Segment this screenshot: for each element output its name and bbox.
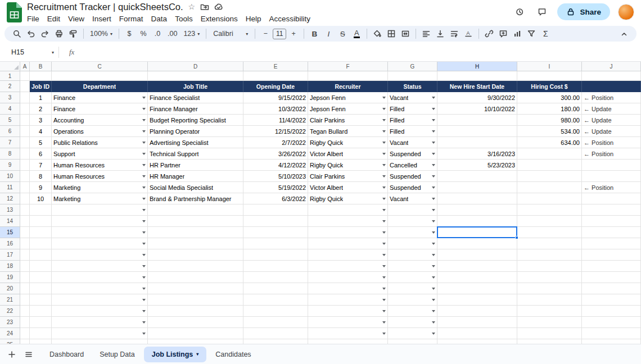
dropdown-arrow-icon[interactable] bbox=[142, 153, 146, 155]
cell-F17[interactable] bbox=[308, 249, 388, 261]
dropdown-arrow-icon[interactable] bbox=[432, 254, 435, 256]
vertical-align-button[interactable] bbox=[434, 27, 447, 40]
cell-G3[interactable]: Vacant bbox=[388, 92, 437, 103]
cell-F16[interactable] bbox=[308, 238, 388, 249]
cell-G11[interactable]: Suspended bbox=[388, 182, 437, 193]
cell-B15[interactable] bbox=[30, 227, 52, 238]
cell-B14[interactable] bbox=[30, 216, 52, 227]
cell-C19[interactable] bbox=[52, 272, 148, 283]
cell-E18[interactable] bbox=[243, 261, 308, 272]
cell-B8[interactable]: 6 bbox=[30, 148, 52, 160]
cell-E20[interactable] bbox=[243, 283, 308, 294]
dropdown-arrow-icon[interactable] bbox=[432, 265, 435, 267]
cell-D5[interactable]: Budget Reporting Specialist bbox=[148, 115, 243, 126]
dropdown-arrow-icon[interactable] bbox=[142, 321, 146, 324]
cell-H18[interactable] bbox=[437, 261, 517, 272]
cell-H24[interactable] bbox=[437, 328, 517, 339]
cell-D9[interactable]: HR Partner bbox=[148, 160, 243, 171]
row-header-21[interactable]: 21 bbox=[0, 294, 20, 306]
cell-F5[interactable]: Clair Parkins bbox=[308, 115, 388, 126]
cell-E5[interactable]: 11/4/2022 bbox=[243, 115, 308, 126]
cell-F23[interactable] bbox=[308, 317, 388, 328]
dropdown-arrow-icon[interactable] bbox=[432, 97, 435, 99]
menu-item-data[interactable]: Data bbox=[147, 14, 171, 24]
dropdown-arrow-icon[interactable] bbox=[142, 209, 146, 211]
cell-B16[interactable] bbox=[30, 238, 52, 249]
cell-J18[interactable] bbox=[582, 261, 641, 272]
cell-E8[interactable]: 3/26/2022 bbox=[243, 148, 308, 160]
italic-button[interactable]: I bbox=[322, 27, 335, 40]
cell-J7[interactable]: ← Position bbox=[582, 137, 641, 148]
merge-cells-button[interactable] bbox=[399, 27, 412, 40]
cell-B18[interactable] bbox=[30, 261, 52, 272]
cloud-status-icon[interactable] bbox=[214, 2, 223, 11]
cell-J21[interactable] bbox=[582, 294, 641, 306]
cell-B1[interactable] bbox=[30, 71, 52, 81]
row-header-4[interactable]: 4 bbox=[0, 103, 20, 115]
cell-E1[interactable] bbox=[243, 71, 308, 81]
dropdown-arrow-icon[interactable] bbox=[382, 175, 386, 178]
cell-H20[interactable] bbox=[437, 283, 517, 294]
cell-I15[interactable] bbox=[517, 227, 582, 238]
strikethrough-button[interactable]: S bbox=[336, 27, 349, 40]
cell-D24[interactable] bbox=[148, 328, 243, 339]
cell-E23[interactable] bbox=[243, 317, 308, 328]
text-rotation-button[interactable]: A bbox=[462, 27, 475, 40]
cell-C12[interactable]: Marketing bbox=[52, 193, 148, 204]
cell-I3[interactable]: 300.00 bbox=[517, 92, 582, 103]
cell-F9[interactable]: Rigby Quick bbox=[308, 160, 388, 171]
search-menus-button[interactable] bbox=[10, 27, 24, 40]
cell-B17[interactable] bbox=[30, 249, 52, 261]
cell-A17[interactable] bbox=[20, 249, 30, 261]
dropdown-arrow-icon[interactable] bbox=[142, 97, 146, 99]
cell-E7[interactable]: 2/7/2022 bbox=[243, 137, 308, 148]
cell-D3[interactable]: Finance Specialist bbox=[148, 92, 243, 103]
print-button[interactable] bbox=[52, 27, 66, 40]
cell-I24[interactable] bbox=[517, 328, 582, 339]
dropdown-arrow-icon[interactable] bbox=[142, 243, 146, 245]
column-header-H[interactable]: H bbox=[437, 62, 517, 71]
cell-H10[interactable] bbox=[437, 171, 517, 182]
cell-E11[interactable]: 5/19/2022 bbox=[243, 182, 308, 193]
cell-F22[interactable] bbox=[308, 306, 388, 317]
cell-G5[interactable]: Filled bbox=[388, 115, 437, 126]
font-size-input[interactable]: 11 bbox=[273, 29, 286, 39]
cell-D13[interactable] bbox=[148, 204, 243, 216]
cell-H7[interactable] bbox=[437, 137, 517, 148]
cell-H1[interactable] bbox=[437, 71, 517, 81]
fill-color-button[interactable] bbox=[371, 27, 384, 40]
cell-D14[interactable] bbox=[148, 216, 243, 227]
column-header-J[interactable]: J bbox=[582, 62, 641, 71]
cell-G4[interactable]: Filled bbox=[388, 103, 437, 115]
insert-link-button[interactable] bbox=[482, 27, 496, 40]
dropdown-arrow-icon[interactable] bbox=[382, 288, 386, 290]
row-header-23[interactable]: 23 bbox=[0, 317, 20, 328]
cell-I4[interactable]: 180.00 bbox=[517, 103, 582, 115]
cell-J8[interactable]: ← Position bbox=[582, 148, 641, 160]
cell-D18[interactable] bbox=[148, 261, 243, 272]
dropdown-arrow-icon[interactable] bbox=[432, 288, 435, 290]
cell-A24[interactable] bbox=[20, 328, 30, 339]
cell-B11[interactable]: 9 bbox=[30, 182, 52, 193]
dropdown-arrow-icon[interactable] bbox=[382, 231, 386, 234]
cell-C24[interactable] bbox=[52, 328, 148, 339]
cell-D17[interactable] bbox=[148, 249, 243, 261]
borders-button[interactable] bbox=[385, 27, 398, 40]
add-sheet-button[interactable] bbox=[3, 346, 20, 363]
cell-J16[interactable] bbox=[582, 238, 641, 249]
cell-A6[interactable] bbox=[20, 126, 30, 137]
cell-B22[interactable] bbox=[30, 306, 52, 317]
cell-C25[interactable] bbox=[52, 339, 148, 344]
cell-C20[interactable] bbox=[52, 283, 148, 294]
cell-H4[interactable]: 10/10/2022 bbox=[437, 103, 517, 115]
select-all-corner[interactable] bbox=[0, 62, 20, 71]
cell-J15[interactable] bbox=[582, 227, 641, 238]
dropdown-arrow-icon[interactable] bbox=[432, 175, 435, 178]
cell-F13[interactable] bbox=[308, 204, 388, 216]
dropdown-arrow-icon[interactable] bbox=[142, 119, 146, 121]
cell-J17[interactable] bbox=[582, 249, 641, 261]
dropdown-arrow-icon[interactable] bbox=[382, 153, 386, 155]
cell-D12[interactable]: Brand & Partnership Manager bbox=[148, 193, 243, 204]
cell-D16[interactable] bbox=[148, 238, 243, 249]
cell-C5[interactable]: Accounting bbox=[52, 115, 148, 126]
